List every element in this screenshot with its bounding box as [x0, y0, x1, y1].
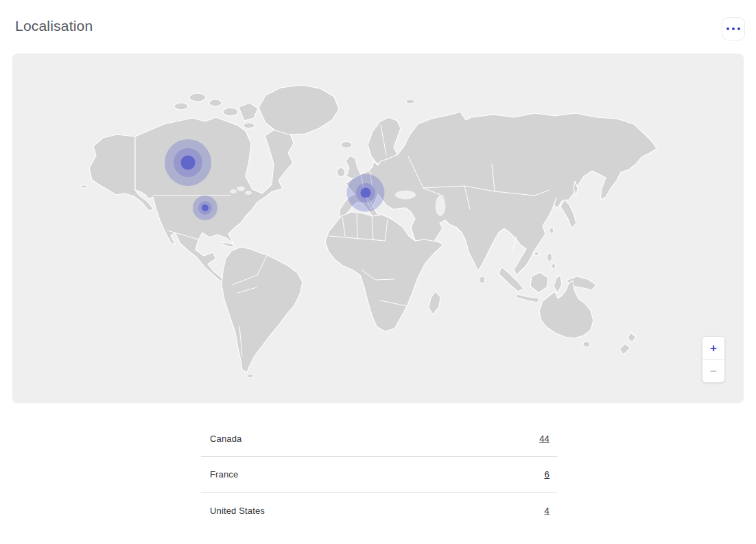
taiwan	[550, 228, 554, 233]
svalbard	[406, 99, 414, 104]
world-map-svg	[12, 54, 744, 403]
landmass-greenland	[259, 85, 339, 134]
tasmania	[583, 342, 590, 347]
country-table: Canada 44 France 6 United States 4	[201, 421, 557, 528]
great-lake	[230, 189, 237, 193]
great-lake	[245, 191, 252, 195]
landmass-australia	[539, 281, 593, 338]
zoom-out-button[interactable]: −	[702, 359, 724, 382]
philippines	[547, 253, 552, 261]
hainan	[534, 252, 539, 256]
borneo	[530, 272, 548, 293]
new-zealand	[619, 344, 630, 355]
baffin-island	[239, 103, 258, 121]
arctic-island	[209, 99, 222, 106]
arctic-island	[189, 93, 206, 102]
caspian-sea	[436, 196, 446, 216]
great-lake	[237, 187, 245, 191]
map-bubble-canada[interactable]	[165, 139, 211, 186]
country-count-link[interactable]: 4	[545, 506, 557, 516]
madagascar	[429, 292, 440, 314]
country-count-link[interactable]: 44	[539, 434, 557, 444]
sri-lanka	[480, 276, 485, 283]
map-bubble-france[interactable]	[347, 174, 385, 212]
arctic-island	[244, 123, 255, 128]
world-map[interactable]: + −	[12, 54, 744, 403]
cuba	[222, 242, 236, 247]
zoom-in-button[interactable]: +	[702, 337, 724, 359]
philippines	[552, 263, 556, 269]
black-sea	[395, 191, 416, 200]
table-row: France 6	[201, 457, 557, 493]
arctic-island	[223, 108, 238, 116]
map-zoom-controls: + −	[702, 336, 725, 383]
card-menu-button[interactable]	[722, 17, 745, 40]
ellipsis-icon	[727, 27, 740, 30]
country-label: Canada	[201, 434, 241, 444]
sulawesi	[554, 275, 562, 293]
aleutian-islands	[80, 185, 87, 188]
ireland	[337, 168, 345, 177]
java	[515, 294, 540, 303]
table-row: United States 4	[201, 493, 557, 528]
japan	[560, 200, 576, 228]
map-bubble-united-states[interactable]	[193, 196, 217, 220]
new-zealand	[628, 333, 636, 342]
table-row: Canada 44	[201, 421, 557, 457]
country-count-link[interactable]: 6	[545, 469, 557, 480]
country-label: France	[201, 469, 238, 480]
page-title: Localisation	[15, 18, 93, 34]
arctic-island	[174, 103, 188, 110]
country-label: United States	[201, 506, 265, 516]
tierra-del-fuego	[247, 375, 254, 378]
iceland	[341, 142, 352, 148]
